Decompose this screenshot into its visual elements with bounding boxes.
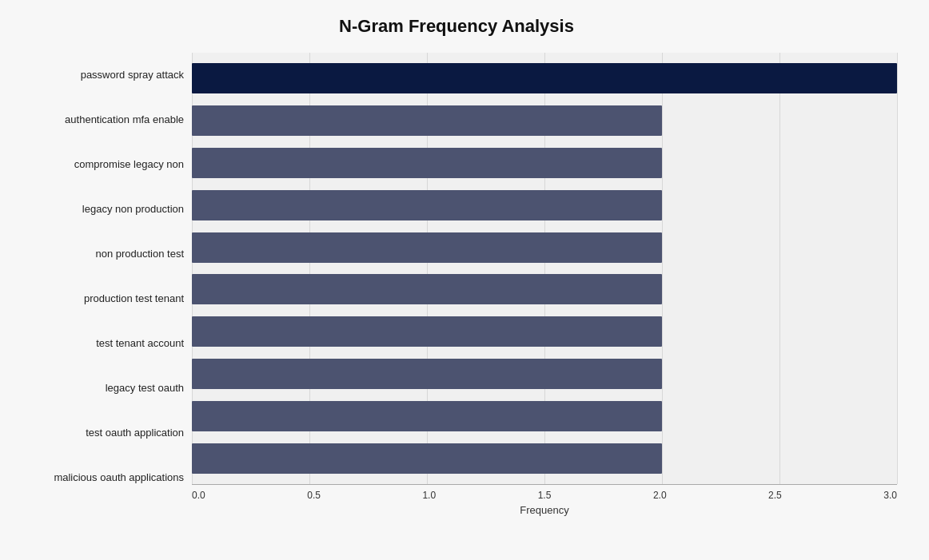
chart-title: N-Gram Frequency Analysis (16, 16, 897, 37)
x-axis: 0.00.51.01.52.02.53.0 Frequency (192, 484, 897, 524)
bar-row (192, 399, 897, 433)
bar (192, 274, 662, 304)
y-label: test tenant account (16, 335, 184, 352)
bars-area (192, 53, 897, 484)
bar-row (192, 442, 897, 475)
bar (192, 105, 662, 136)
bar (192, 443, 662, 474)
x-tick: 1.0 (422, 490, 436, 501)
x-tick: 0.5 (307, 490, 321, 501)
bar (192, 316, 662, 347)
x-tick: 2.0 (653, 490, 667, 501)
bar (192, 401, 662, 431)
y-label: test oauth application (16, 424, 184, 442)
x-tick: 0.0 (192, 490, 205, 501)
chart-container: N-Gram Frequency Analysis password spray… (0, 0, 929, 560)
bar-row (192, 357, 897, 391)
y-label: legacy test oauth (16, 379, 184, 397)
grid-line (897, 53, 898, 484)
bar-row (192, 272, 897, 306)
bars-and-xaxis: 0.00.51.01.52.02.53.0 Frequency (192, 53, 897, 524)
bar-row (192, 62, 897, 95)
bar (192, 63, 897, 93)
y-label: password spray attack (16, 66, 184, 84)
bar (192, 232, 662, 263)
x-tick: 1.5 (538, 490, 552, 501)
bar-row (192, 231, 897, 264)
x-tick: 2.5 (768, 490, 782, 501)
chart-area: password spray attackauthentication mfa … (16, 53, 897, 524)
bar-row (192, 315, 897, 348)
bar (192, 190, 662, 220)
y-labels: password spray attackauthentication mfa … (16, 53, 192, 524)
x-axis-label: Frequency (192, 504, 897, 516)
bar-row (192, 146, 897, 180)
y-label: authentication mfa enable (16, 111, 184, 129)
y-label: non production test (16, 245, 184, 263)
bar-row (192, 104, 897, 137)
x-ticks: 0.00.51.01.52.02.53.0 (192, 485, 897, 501)
y-label: compromise legacy non (16, 156, 184, 173)
y-label: malicious oauth applications (16, 469, 184, 487)
bar (192, 359, 662, 389)
y-label: production test tenant (16, 290, 184, 308)
bar (192, 148, 662, 178)
y-label: legacy non production (16, 201, 184, 218)
bar-row (192, 189, 897, 222)
x-tick: 3.0 (883, 490, 897, 501)
